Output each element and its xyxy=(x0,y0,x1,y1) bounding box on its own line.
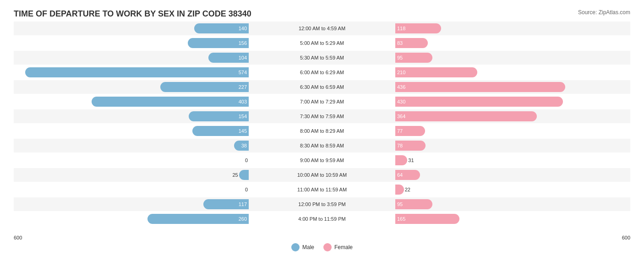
female-bar xyxy=(395,111,537,121)
legend-male-box xyxy=(291,243,300,251)
time-label: 8:30 AM to 8:59 AM xyxy=(300,143,344,148)
legend-male: Male xyxy=(291,243,314,251)
male-value: 154 xyxy=(239,111,247,121)
chart-row: 12:00 AM to 4:59 AM140118 xyxy=(14,22,630,35)
female-value: 165 xyxy=(397,214,405,224)
female-value: 436 xyxy=(397,82,405,92)
chart-row: 6:30 AM to 6:59 AM227436 xyxy=(14,80,630,94)
chart-row: 11:00 AM to 11:59 AM022 xyxy=(14,183,630,196)
time-label: 6:00 AM to 6:29 AM xyxy=(300,70,344,75)
male-value: 156 xyxy=(239,38,247,48)
chart-row: 12:00 PM to 3:59 PM11795 xyxy=(14,197,630,211)
chart-row: 10:00 AM to 10:59 AM2564 xyxy=(14,168,630,182)
time-label: 12:00 AM to 4:59 AM xyxy=(299,26,345,31)
chart-row: 6:00 AM to 6:29 AM574210 xyxy=(14,65,630,79)
chart-row: 5:00 AM to 5:29 AM15683 xyxy=(14,36,630,50)
male-value: 104 xyxy=(239,53,247,63)
legend-female-label: Female xyxy=(334,244,353,250)
time-label: 10:00 AM to 10:59 AM xyxy=(297,172,347,178)
male-value: 574 xyxy=(239,67,247,77)
chart-row: 8:30 AM to 8:59 AM3878 xyxy=(14,139,630,152)
chart-area: 12:00 AM to 4:59 AM1401185:00 AM to 5:29… xyxy=(14,22,630,234)
female-bar xyxy=(395,155,407,165)
axis-left: 600 xyxy=(14,235,22,240)
female-value: 95 xyxy=(397,53,403,63)
female-value: 118 xyxy=(397,23,405,33)
female-value: 430 xyxy=(397,97,405,107)
legend-female: Female xyxy=(323,243,353,251)
chart-row: 9:00 AM to 9:59 AM031 xyxy=(14,153,630,167)
female-bar xyxy=(395,82,565,92)
chart-row: 7:30 AM to 7:59 AM154364 xyxy=(14,109,630,123)
time-label: 7:30 AM to 7:59 AM xyxy=(300,114,344,119)
male-value: 227 xyxy=(239,82,247,92)
legend-female-box xyxy=(323,243,332,251)
male-bar xyxy=(147,214,249,224)
time-label: 12:00 PM to 3:59 PM xyxy=(298,201,345,207)
male-value: 38 xyxy=(241,141,247,151)
chart-container: TIME OF DEPARTURE TO WORK BY SEX IN ZIP … xyxy=(0,0,644,272)
male-value: 117 xyxy=(239,199,247,209)
male-bar xyxy=(239,170,249,180)
male-value: 403 xyxy=(239,97,247,107)
time-label: 9:00 AM to 9:59 AM xyxy=(300,158,344,163)
time-label: 7:00 AM to 7:29 AM xyxy=(300,99,344,104)
male-value: 140 xyxy=(239,23,247,33)
legend: Male Female xyxy=(14,243,630,251)
female-value: 77 xyxy=(397,126,403,136)
female-value: 31 xyxy=(408,155,414,165)
female-value: 210 xyxy=(397,67,405,77)
time-label: 5:00 AM to 5:29 AM xyxy=(300,40,344,46)
time-label: 5:30 AM to 5:59 AM xyxy=(300,55,344,60)
time-label: 8:00 AM to 8:29 AM xyxy=(300,128,344,134)
female-value: 364 xyxy=(397,111,405,121)
chart-title: TIME OF DEPARTURE TO WORK BY SEX IN ZIP … xyxy=(14,9,630,19)
axis-labels: 600 600 xyxy=(14,235,630,240)
male-value: 0 xyxy=(245,185,248,195)
female-value: 78 xyxy=(397,141,403,151)
male-value: 145 xyxy=(239,126,247,136)
female-value: 22 xyxy=(405,185,410,195)
time-label: 6:30 AM to 6:59 AM xyxy=(300,84,344,90)
legend-male-label: Male xyxy=(302,244,314,250)
female-value: 95 xyxy=(397,199,403,209)
chart-row: 4:00 PM to 11:59 PM260165 xyxy=(14,212,630,226)
male-bar xyxy=(25,67,249,77)
female-bar xyxy=(395,67,477,77)
axis-right: 600 xyxy=(622,235,630,240)
source-label: Source: ZipAtlas.com xyxy=(578,9,630,16)
time-label: 4:00 PM to 11:59 PM xyxy=(298,216,345,222)
male-value: 260 xyxy=(239,214,247,224)
chart-row: 5:30 AM to 5:59 AM10495 xyxy=(14,51,630,65)
chart-row: 8:00 AM to 8:29 AM14577 xyxy=(14,124,630,138)
male-bar xyxy=(160,82,249,92)
male-value: 25 xyxy=(233,170,238,180)
female-value: 64 xyxy=(397,170,403,180)
chart-row: 7:00 AM to 7:29 AM403430 xyxy=(14,95,630,109)
male-bar xyxy=(92,97,249,107)
male-value: 0 xyxy=(245,155,248,165)
female-bar xyxy=(395,185,404,195)
female-value: 83 xyxy=(397,38,403,48)
time-label: 11:00 AM to 11:59 AM xyxy=(297,187,347,192)
female-bar xyxy=(395,97,563,107)
